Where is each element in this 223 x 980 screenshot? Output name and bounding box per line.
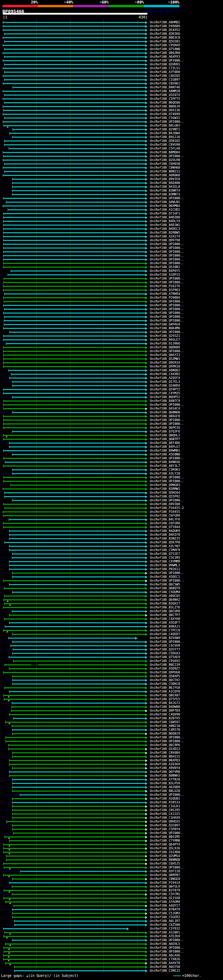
alignment-bar[interactable] — [6, 821, 145, 822]
hit-label[interactable]: UniRef100_A5E0F7 — [150, 621, 180, 625]
alignment-bar[interactable] — [4, 595, 145, 597]
alignment-bar[interactable] — [9, 565, 145, 566]
hit-label[interactable]: UniRef100_UPI000.. — [150, 938, 184, 942]
hit-label[interactable]: UniRef100_Q2GY77 — [150, 648, 180, 651]
alignment-bar[interactable] — [14, 970, 145, 971]
alignment-bar[interactable] — [3, 466, 145, 466]
hit-label[interactable]: UniRef100_Q9VIE8 — [150, 177, 180, 181]
hit-label[interactable]: UniRef100_B0XPQ3 — [150, 759, 180, 762]
hit-label[interactable]: UniRef100_B4HIF0 — [150, 533, 180, 537]
hit-label[interactable]: UniRef100_B6QE06 — [150, 101, 180, 105]
hit-label[interactable]: UniRef100_UPI000.. — [150, 154, 184, 158]
hit-label[interactable]: UniRef100_UPI000.. — [150, 571, 184, 575]
alignment-bar[interactable] — [3, 263, 145, 264]
alignment-bar[interactable] — [14, 966, 145, 967]
alignment-bar[interactable] — [12, 190, 145, 191]
alignment-bar[interactable] — [20, 871, 145, 872]
hit-label[interactable]: UniRef100_B4IEL8 — [150, 185, 180, 189]
hit-label[interactable]: UniRef100_B6H215 — [150, 755, 180, 759]
hit-label[interactable]: UniRef100_A4AV78 — [150, 961, 180, 965]
hit-label[interactable]: UniRef100_Q54XS2 — [150, 28, 180, 32]
alignment-bar[interactable] — [3, 389, 145, 390]
hit-label[interactable]: UniRef100_C6FGR9 — [150, 514, 180, 518]
hit-label[interactable]: UniRef100_B6Q829 — [150, 732, 180, 736]
alignment-bar[interactable] — [9, 569, 145, 570]
hit-label[interactable]: UniRef100_Q2ULH0 — [150, 158, 180, 162]
hit-label[interactable]: UniRef100_A6LAX6 — [150, 954, 180, 958]
alignment-bar[interactable] — [3, 259, 145, 260]
alignment-bar[interactable] — [3, 630, 145, 631]
alignment-bar[interactable] — [3, 848, 145, 849]
hit-label[interactable]: UniRef100_B0XM04 — [150, 204, 180, 208]
hit-label[interactable]: UniRef100_Q2HH91 — [150, 62, 180, 67]
hit-label[interactable]: UniRef100_C5PFT5 — [150, 97, 180, 101]
hit-label[interactable]: UniRef100_C5MAF9 — [150, 548, 180, 552]
alignment-bar[interactable] — [12, 194, 145, 195]
alignment-bar[interactable] — [4, 317, 145, 317]
alignment-bar[interactable] — [3, 435, 145, 436]
alignment-bar[interactable] — [12, 725, 145, 727]
alignment-bar[interactable] — [6, 202, 145, 203]
alignment-bar[interactable] — [3, 198, 145, 199]
hit-label[interactable]: UniRef100_P34455-2 — [150, 506, 184, 510]
hit-label[interactable]: UniRef100_C3REJ2 — [150, 969, 180, 973]
hit-label[interactable]: UniRef100_UPI000.. — [150, 280, 184, 284]
alignment-bar[interactable] — [12, 500, 145, 501]
hit-label[interactable]: UniRef100_O94136 — [150, 108, 180, 112]
hit-label[interactable]: UniRef100_C1GB97 — [150, 78, 180, 82]
alignment-bar[interactable] — [9, 657, 145, 658]
hit-label[interactable]: UniRef100_Q7S4W0 — [150, 47, 180, 51]
hit-label[interactable]: UniRef100_Q8T4D6 — [150, 441, 180, 445]
alignment-bar[interactable] — [6, 741, 145, 742]
alignment-bar[interactable] — [4, 163, 145, 164]
alignment-bar[interactable] — [9, 622, 145, 623]
hit-label[interactable]: UniRef100_UPI000.. — [150, 498, 184, 502]
hit-label[interactable]: UniRef100_Q5G581 — [150, 40, 180, 43]
alignment-bar[interactable] — [5, 943, 145, 945]
alignment-bar[interactable] — [3, 26, 145, 27]
alignment-bar[interactable] — [20, 794, 145, 795]
alignment-bar[interactable] — [4, 144, 145, 145]
hit-label[interactable]: UniRef100_C5JGM3 — [150, 912, 180, 915]
alignment-bar[interactable] — [3, 875, 145, 876]
alignment-bar[interactable] — [12, 653, 145, 654]
hit-label[interactable]: UniRef100_B9WM01 — [150, 449, 180, 453]
alignment-bar[interactable] — [3, 290, 145, 291]
alignment-bar[interactable] — [12, 779, 145, 780]
alignment-bar[interactable] — [3, 504, 145, 505]
hit-label[interactable]: UniRef100_C6IAD8 — [150, 850, 180, 854]
alignment-bar[interactable] — [12, 412, 145, 413]
hit-label[interactable]: UniRef100_Q5K7P0 — [150, 541, 180, 544]
hit-label[interactable]: UniRef100_Q71UF1 — [150, 212, 180, 216]
alignment-bar[interactable] — [3, 852, 145, 853]
alignment-bar[interactable] — [5, 687, 145, 688]
hit-label[interactable]: UniRef100_B4P6Y5 — [150, 269, 180, 273]
hit-label[interactable]: UniRef100_C0NGE0 — [150, 877, 180, 881]
hit-label[interactable]: UniRef100_P34455 — [150, 510, 180, 514]
hit-label[interactable]: UniRef100_C8VG90 — [150, 143, 180, 147]
hit-label[interactable]: UniRef100_Q6FVR0 — [150, 770, 180, 774]
hit-label[interactable]: UniRef100_B0SIM5 — [150, 835, 180, 839]
alignment-bar[interactable] — [4, 171, 145, 172]
hit-label[interactable]: UniRef100_Q8AYI3 — [150, 353, 180, 357]
hit-label[interactable]: UniRef100_C5GER2 — [150, 915, 180, 919]
alignment-bar[interactable] — [4, 699, 145, 700]
alignment-bar[interactable] — [3, 336, 145, 337]
hit-label[interactable]: UniRef100_UPI000.. — [150, 422, 184, 426]
hit-label[interactable]: UniRef100_C5GW31 — [150, 116, 180, 120]
hit-label[interactable]: UniRef100_Q29NT1 — [150, 127, 180, 131]
hit-label[interactable]: UniRef100_Q9NG03 — [150, 483, 180, 487]
alignment-bar[interactable] — [3, 213, 145, 214]
hit-label[interactable]: UniRef100_C1GLK1 — [150, 805, 180, 808]
hit-label[interactable]: UniRef100_Q6PEI6 — [150, 426, 180, 430]
hit-label[interactable]: UniRef100_Q9ER34 — [150, 361, 180, 365]
alignment-bar[interactable] — [3, 175, 145, 176]
hit-label[interactable]: UniRef100_A8NMJ8 — [150, 89, 180, 93]
hit-label[interactable]: UniRef100_Q9PUG0 — [150, 671, 180, 675]
alignment-bar[interactable] — [3, 458, 145, 459]
alignment-bar[interactable] — [3, 313, 145, 313]
alignment-bar[interactable] — [12, 813, 145, 815]
alignment-bar[interactable] — [3, 959, 145, 960]
hit-label[interactable]: UniRef100_UPI000.. — [150, 865, 184, 869]
alignment-bar[interactable] — [4, 33, 145, 34]
